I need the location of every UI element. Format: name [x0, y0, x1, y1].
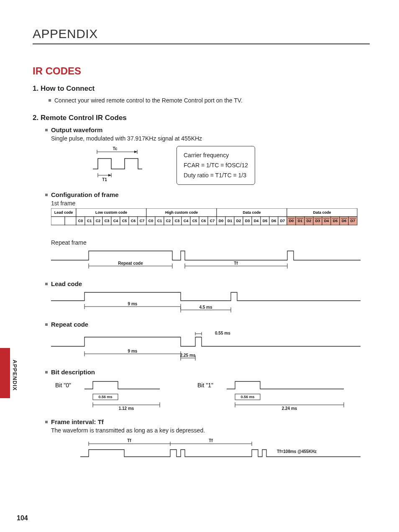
svg-text:D1: D1 — [228, 219, 233, 223]
svg-text:Data code: Data code — [243, 210, 261, 215]
svg-text:4.5 ms: 4.5 ms — [199, 305, 212, 309]
svg-text:Tf: Tf — [234, 261, 238, 266]
bit-desc-label: Bit description — [51, 368, 95, 376]
svg-text:C7: C7 — [140, 219, 145, 223]
svg-text:1.12 ms: 1.12 ms — [119, 406, 134, 411]
svg-text:D1: D1 — [298, 219, 303, 223]
svg-text:C1: C1 — [87, 219, 92, 223]
svg-text:C6: C6 — [131, 219, 136, 223]
repeat-frame-diagram: Repeat code Tf — [51, 248, 370, 273]
svg-text:C0: C0 — [148, 219, 153, 223]
carrier-box: Carrier frequency FCAR = 1/TC = fOSC/12 … — [176, 146, 255, 185]
output-waveform-label: Output waveform — [51, 126, 102, 133]
svg-text:C4: C4 — [184, 219, 189, 223]
svg-rect-18 — [51, 217, 65, 225]
svg-text:D2: D2 — [236, 219, 241, 223]
svg-text:D6: D6 — [342, 219, 347, 223]
config-frame-row: Configuration of frame — [45, 191, 370, 198]
subsection-1-body: Connect your wired remote control to the… — [49, 97, 370, 104]
svg-marker-3 — [134, 151, 137, 153]
svg-text:C5: C5 — [122, 219, 127, 223]
repeat-code-diagram: 0.55 ms 9 ms 2.25 ms — [51, 330, 370, 361]
svg-text:0.56 ms: 0.56 ms — [98, 395, 112, 399]
svg-text:D0: D0 — [289, 219, 294, 223]
svg-text:C6: C6 — [201, 219, 206, 223]
tc-label: Tc — [113, 146, 118, 151]
svg-text:C3: C3 — [105, 219, 110, 223]
subsection-2-head: 2. Remote Control IR Codes — [33, 114, 370, 122]
svg-text:D6: D6 — [271, 219, 276, 223]
svg-text:D7: D7 — [280, 219, 285, 223]
lead-code-row: Lead code — [45, 280, 370, 287]
svg-text:D7: D7 — [350, 219, 356, 223]
svg-text:9 ms: 9 ms — [128, 349, 138, 353]
svg-text:D3: D3 — [315, 219, 320, 223]
svg-text:Low custom code: Low custom code — [95, 210, 127, 215]
svg-text:D5: D5 — [333, 219, 338, 223]
svg-text:Tf=108ms @455KHz: Tf=108ms @455KHz — [277, 449, 317, 454]
lead-code-label: Lead code — [51, 280, 82, 287]
svg-rect-19 — [65, 217, 76, 225]
svg-text:C2: C2 — [96, 219, 101, 223]
bullet-icon — [45, 371, 48, 373]
bullet-icon — [49, 99, 51, 102]
svg-text:C3: C3 — [175, 219, 180, 223]
svg-text:Bit "1": Bit "1" — [197, 382, 213, 389]
svg-text:Lead code: Lead code — [54, 210, 73, 215]
subsection-1-head: 1. How to Connect — [33, 84, 370, 93]
svg-text:D5: D5 — [263, 219, 268, 223]
svg-text:D2: D2 — [307, 219, 312, 223]
repeat-code-row: Repeat code — [45, 321, 370, 328]
section-heading: IR CODES — [33, 65, 370, 77]
carrier-line3: Duty ratio = T1/TC = 1/3 — [184, 171, 248, 181]
svg-text:D3: D3 — [245, 219, 250, 223]
svg-text:C7: C7 — [210, 219, 215, 223]
carrier-line2: FCAR = 1/TC = fOSC/12 — [184, 161, 248, 171]
bullet-icon — [45, 283, 48, 285]
page-number: 104 — [17, 514, 28, 522]
repeat-code-label: Repeat code — [51, 321, 88, 328]
bullet-icon — [45, 421, 48, 423]
bullet-icon — [45, 194, 48, 196]
t1-label: T1 — [102, 177, 107, 182]
bullet-icon — [45, 129, 48, 131]
config-frame-label: Configuration of frame — [51, 191, 119, 198]
svg-text:0.55 ms: 0.55 ms — [215, 331, 230, 335]
svg-text:High custom code: High custom code — [165, 210, 198, 215]
first-frame-label: 1st frame — [51, 200, 370, 207]
svg-marker-7 — [108, 174, 111, 176]
bit-desc-diagram: Bit "0" 0.56 ms 1.12 ms Bit "1" 0.56 ms … — [51, 377, 370, 411]
output-waveform-row: Output waveform — [45, 126, 370, 133]
svg-text:Tf: Tf — [127, 438, 131, 443]
sidebar-label: APPENDIX — [12, 360, 18, 391]
repeat-frame-label: Repeat frame — [51, 239, 370, 246]
tc-diagram: Tc T1 Carrier frequency FCAR = 1/TC = fO… — [51, 146, 370, 184]
page-title: APPENDIX — [33, 27, 370, 44]
svg-text:C2: C2 — [166, 219, 171, 223]
svg-text:C1: C1 — [157, 219, 162, 223]
svg-text:2.25 ms: 2.25 ms — [180, 353, 196, 358]
svg-text:Bit "0": Bit "0" — [55, 382, 71, 389]
frame-interval-diagram: Tf Tf Tf=108ms @455KHz — [51, 438, 370, 461]
sidebar-tab — [0, 348, 10, 398]
svg-text:9 ms: 9 ms — [128, 302, 138, 306]
carrier-line1: Carrier frequency — [184, 151, 248, 161]
svg-text:Tf: Tf — [209, 438, 213, 443]
svg-text:C4: C4 — [113, 219, 118, 223]
svg-text:Repeat  code: Repeat code — [118, 261, 143, 266]
output-waveform-desc: Single pulse, modulated with 37.917KHz s… — [51, 135, 370, 142]
frame-interval-label: Frame interval: Tf — [51, 418, 104, 425]
frame-interval-row: Frame interval: Tf — [45, 418, 370, 425]
svg-text:D0: D0 — [219, 219, 224, 223]
bit-desc-row: Bit description — [45, 368, 370, 376]
connect-text: Connect your wired remote control to the… — [54, 97, 243, 104]
svg-text:2.24 ms: 2.24 ms — [282, 406, 297, 411]
frame-interval-desc: The waveform is transmitted as long as a… — [51, 427, 370, 434]
svg-text:C0: C0 — [78, 219, 83, 223]
svg-text:0.56 ms: 0.56 ms — [240, 395, 254, 399]
lead-code-diagram: 9 ms 4.5 ms — [51, 289, 370, 313]
svg-text:D4: D4 — [324, 219, 329, 223]
frame-table: Lead codeLow custom codeHigh custom code… — [51, 208, 370, 232]
svg-text:D4: D4 — [254, 219, 259, 223]
svg-text:C5: C5 — [192, 219, 197, 223]
